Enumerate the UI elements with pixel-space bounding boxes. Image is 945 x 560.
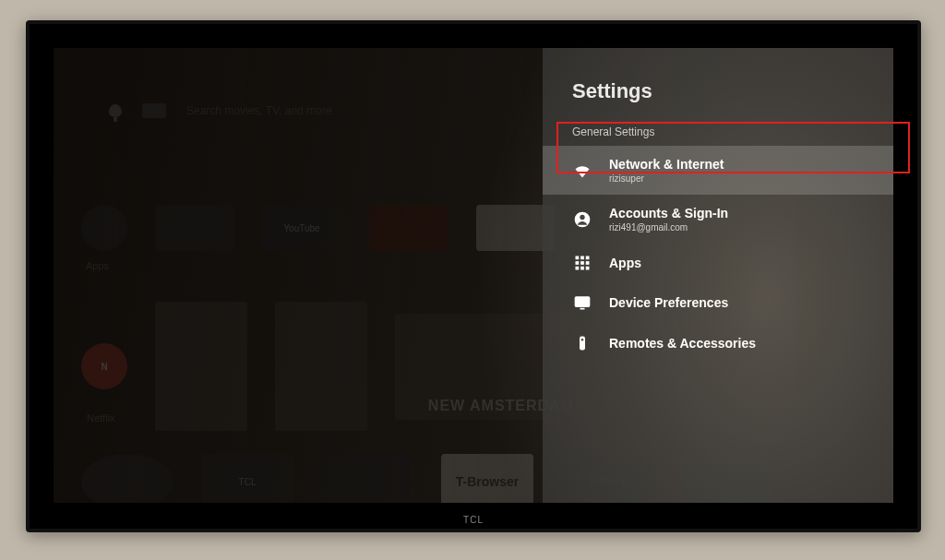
menu-item-network-internet[interactable]: Network & Internet rizisuper: [543, 146, 893, 195]
svg-point-1: [580, 214, 584, 219]
settings-section-header: General Settings: [543, 125, 893, 138]
menu-item-label: Accounts & Sign-In: [609, 206, 728, 220]
svg-rect-8: [576, 267, 580, 270]
remote-icon: [572, 334, 592, 352]
svg-rect-12: [580, 308, 585, 310]
svg-rect-7: [586, 261, 590, 265]
wifi-icon: [572, 161, 592, 180]
menu-item-label: Network & Internet: [609, 157, 724, 172]
menu-item-sub: rizi491@gmail.com: [609, 222, 728, 232]
menu-item-sub: rizisuper: [609, 173, 724, 184]
svg-rect-5: [576, 261, 580, 265]
menu-item-remotes-accessories[interactable]: Remotes & Accessories: [543, 323, 893, 363]
apps-grid-icon: [572, 255, 592, 271]
tv-icon: [572, 293, 592, 312]
account-icon: [572, 210, 592, 229]
svg-point-14: [581, 339, 583, 340]
tv-screen: Search movies, TV, and more YouTube Apps…: [54, 48, 893, 503]
svg-rect-9: [580, 267, 584, 270]
menu-item-label: Remotes & Accessories: [609, 336, 756, 351]
menu-item-label: Apps: [609, 256, 641, 270]
svg-rect-2: [576, 256, 580, 260]
settings-title: Settings: [543, 79, 893, 103]
svg-rect-4: [586, 256, 590, 260]
menu-item-apps[interactable]: Apps: [543, 244, 893, 282]
svg-rect-10: [586, 267, 590, 270]
menu-item-label: Device Preferences: [609, 295, 728, 310]
settings-panel: Settings General Settings Network & Inte…: [543, 48, 893, 503]
tv-frame: TCL Search movies, TV, and more YouTube …: [26, 20, 921, 532]
svg-rect-6: [580, 261, 584, 265]
svg-rect-13: [580, 337, 585, 351]
menu-item-device-preferences[interactable]: Device Preferences: [543, 282, 893, 323]
svg-rect-11: [576, 297, 590, 306]
svg-rect-3: [580, 256, 584, 260]
tv-brand-label: TCL: [463, 515, 484, 525]
settings-menu: Network & Internet rizisuper Accounts & …: [543, 146, 893, 363]
menu-item-accounts-signin[interactable]: Accounts & Sign-In rizi491@gmail.com: [543, 195, 893, 244]
